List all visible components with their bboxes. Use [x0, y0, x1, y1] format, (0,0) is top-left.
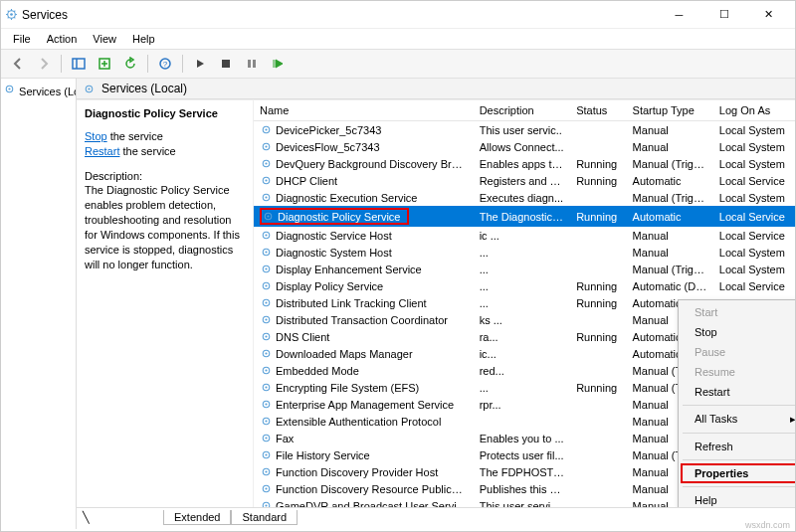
menu-view[interactable]: View	[85, 31, 124, 47]
minimize-button[interactable]: ─	[657, 1, 701, 29]
table-row[interactable]: Diagnostic Execution ServiceExecutes dia…	[254, 189, 795, 206]
stop-button[interactable]	[215, 53, 237, 75]
service-name-cell[interactable]: DevicePicker_5c7343	[254, 121, 474, 139]
svg-point-39	[265, 335, 267, 337]
tree-pane[interactable]: Services (Local	[1, 79, 77, 529]
service-desc-cell: ks ...	[474, 311, 571, 328]
service-name-cell[interactable]: DHCP Client	[254, 172, 474, 189]
service-gear-icon	[260, 191, 273, 204]
service-name-cell[interactable]: File History Service	[254, 446, 474, 463]
service-name: Display Policy Service	[276, 280, 383, 292]
col-startup[interactable]: Startup Type	[627, 100, 713, 121]
table-row[interactable]: Display Policy Service...RunningAutomati…	[254, 277, 795, 294]
service-name-cell[interactable]: GameDVR and Broadcast User Service_5c73.…	[254, 497, 474, 507]
refresh-button[interactable]	[119, 53, 141, 75]
service-name-cell[interactable]: Fax	[254, 430, 474, 446]
table-row[interactable]: Display Enhancement Service...Manual (Tr…	[254, 261, 795, 277]
service-name-cell[interactable]: Extensible Authentication Protocol	[254, 413, 474, 430]
table-row[interactable]: Diagnostic Service Hostic ...ManualLocal…	[254, 227, 795, 244]
ctx-all-tasks[interactable]: All Tasks▸	[681, 409, 795, 430]
ctx-start[interactable]: Start	[681, 302, 795, 322]
ctx-properties[interactable]: Properties	[681, 463, 795, 483]
service-gear-icon	[260, 157, 273, 170]
table-row[interactable]: DevicesFlow_5c7343Allows Connect...Manua…	[254, 138, 795, 155]
service-name-cell[interactable]: Diagnostic Policy Service	[254, 206, 474, 227]
service-name-cell[interactable]: Display Policy Service	[254, 277, 474, 294]
service-startup-cell: Manual (Trigg...	[627, 261, 713, 277]
pause-button[interactable]	[241, 53, 263, 75]
service-name-cell[interactable]: Distributed Link Tracking Client	[254, 294, 474, 311]
restart-button[interactable]	[267, 53, 289, 75]
help-button[interactable]: ?	[154, 53, 176, 75]
menu-file[interactable]: File	[5, 31, 39, 47]
service-name-cell[interactable]: Encrypting File System (EFS)	[254, 379, 474, 396]
svg-point-29	[265, 251, 267, 253]
service-name-cell[interactable]: Distributed Transaction Coordinator	[254, 311, 474, 328]
maximize-button[interactable]: ☐	[701, 1, 746, 29]
menu-help[interactable]: Help	[124, 31, 163, 47]
service-desc-cell: Protects user fil...	[474, 446, 571, 463]
tree-root[interactable]: Services (Local	[3, 83, 74, 97]
ctx-help[interactable]: Help	[681, 490, 795, 507]
svg-point-15	[265, 128, 267, 130]
play-button[interactable]	[189, 53, 211, 75]
forward-button[interactable]	[33, 53, 55, 75]
col-logon[interactable]: Log On As	[713, 100, 795, 121]
ctx-restart[interactable]: Restart	[681, 382, 795, 402]
service-name-cell[interactable]: Function Discovery Resource Publication	[254, 480, 474, 497]
ctx-pause[interactable]: Pause	[681, 342, 795, 362]
svg-text:?: ?	[163, 60, 168, 69]
service-name-cell[interactable]: Function Discovery Provider Host	[254, 463, 474, 480]
table-row[interactable]: DevicePicker_5c7343This user servic..Man…	[254, 121, 795, 139]
menu-action[interactable]: Action	[39, 31, 86, 47]
ctx-refresh[interactable]: Refresh	[681, 437, 795, 456]
service-desc-cell: The FDPHOST s...	[474, 463, 571, 480]
show-hide-tree-button[interactable]	[68, 53, 90, 75]
svg-point-53	[265, 453, 267, 455]
tabs-footer: ╲ Extended Standard	[77, 507, 795, 529]
table-row[interactable]: Diagnostic System Host...ManualLocal Sys…	[254, 244, 795, 261]
col-name[interactable]: Name	[254, 100, 474, 121]
service-name: Diagnostic System Host	[276, 247, 392, 259]
service-name-cell[interactable]: Diagnostic Execution Service	[254, 189, 474, 206]
service-name-cell[interactable]: Display Enhancement Service	[254, 261, 474, 277]
watermark: wsxdn.com	[745, 520, 790, 530]
back-button[interactable]	[7, 53, 29, 75]
export-list-button[interactable]	[94, 53, 115, 75]
toolbar: ?	[1, 50, 795, 79]
service-name-cell[interactable]: DNS Client	[254, 328, 474, 345]
close-button[interactable]: ✕	[746, 1, 791, 29]
service-startup-cell: Automatic	[627, 206, 713, 227]
col-status[interactable]: Status	[570, 100, 626, 121]
ctx-stop[interactable]: Stop	[681, 322, 795, 342]
service-status-cell	[570, 311, 626, 328]
service-name-cell[interactable]: Downloaded Maps Manager	[254, 345, 474, 362]
service-name-cell[interactable]: DevQuery Background Discovery Broker	[254, 155, 474, 172]
service-status-cell: Running	[570, 328, 626, 345]
service-startup-cell: Manual	[627, 121, 713, 139]
services-tree-icon	[3, 83, 16, 95]
col-description[interactable]: Description	[474, 100, 571, 121]
tab-standard[interactable]: Standard	[231, 510, 298, 525]
ctx-resume[interactable]: Resume	[681, 362, 795, 382]
service-name-cell[interactable]: Diagnostic Service Host	[254, 227, 474, 244]
tab-extended[interactable]: Extended	[163, 510, 231, 525]
service-name-cell[interactable]: Diagnostic System Host	[254, 244, 474, 261]
service-status-cell: Running	[570, 155, 626, 172]
stop-link[interactable]: Stop	[85, 130, 107, 142]
services-list[interactable]: Name Description Status Startup Type Log…	[254, 100, 795, 507]
panel-header: Services (Local)	[77, 79, 795, 99]
table-row[interactable]: Diagnostic Policy ServiceThe Diagnostic …	[254, 206, 795, 227]
table-row[interactable]: DHCP ClientRegisters and u...RunningAuto…	[254, 172, 795, 189]
service-gear-icon	[260, 482, 273, 495]
table-row[interactable]: DevQuery Background Discovery BrokerEnab…	[254, 155, 795, 172]
service-gear-icon	[260, 465, 273, 478]
service-name-cell[interactable]: Enterprise App Management Service	[254, 396, 474, 413]
restart-link[interactable]: Restart	[85, 145, 119, 157]
service-name: Diagnostic Execution Service	[276, 192, 417, 204]
service-status-cell	[570, 430, 626, 446]
service-name-cell[interactable]: Embedded Mode	[254, 362, 474, 379]
service-name-cell[interactable]: DevicesFlow_5c7343	[254, 138, 474, 155]
service-gear-icon	[262, 210, 275, 223]
menubar: File Action View Help	[1, 29, 795, 50]
